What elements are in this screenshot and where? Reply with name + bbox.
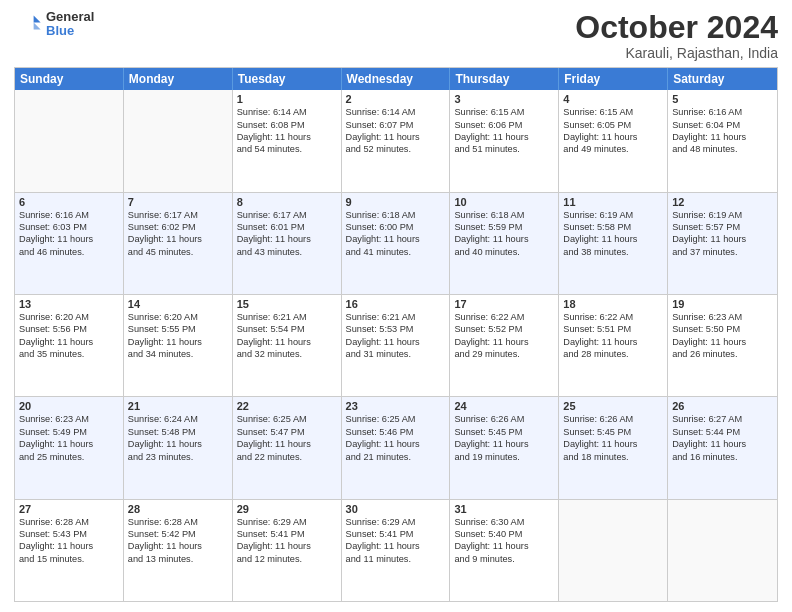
- empty-cell: [668, 500, 777, 601]
- cell-line: Daylight: 11 hours: [346, 131, 446, 143]
- cell-line: Sunset: 5:48 PM: [128, 426, 228, 438]
- cell-line: Sunrise: 6:21 AM: [237, 311, 337, 323]
- day-number: 18: [563, 298, 663, 310]
- day-cell-22: 22Sunrise: 6:25 AMSunset: 5:47 PMDayligh…: [233, 397, 342, 498]
- cell-line: Sunset: 6:03 PM: [19, 221, 119, 233]
- cell-line: Sunrise: 6:17 AM: [237, 209, 337, 221]
- cell-line: Daylight: 11 hours: [672, 336, 773, 348]
- day-cell-3: 3Sunrise: 6:15 AMSunset: 6:06 PMDaylight…: [450, 90, 559, 191]
- day-cell-16: 16Sunrise: 6:21 AMSunset: 5:53 PMDayligh…: [342, 295, 451, 396]
- cell-line: Daylight: 11 hours: [346, 336, 446, 348]
- cell-line: Daylight: 11 hours: [128, 438, 228, 450]
- header-day-wednesday: Wednesday: [342, 68, 451, 90]
- cell-line: and 16 minutes.: [672, 451, 773, 463]
- day-cell-11: 11Sunrise: 6:19 AMSunset: 5:58 PMDayligh…: [559, 193, 668, 294]
- cell-line: Sunrise: 6:21 AM: [346, 311, 446, 323]
- cell-line: Sunrise: 6:16 AM: [672, 106, 773, 118]
- logo-blue: Blue: [46, 24, 94, 38]
- logo-text: General Blue: [46, 10, 94, 39]
- day-number: 4: [563, 93, 663, 105]
- calendar-header: SundayMondayTuesdayWednesdayThursdayFrid…: [15, 68, 777, 90]
- svg-marker-1: [34, 23, 41, 30]
- cell-line: Sunset: 5:52 PM: [454, 323, 554, 335]
- cell-line: Sunrise: 6:29 AM: [346, 516, 446, 528]
- cell-line: Sunset: 5:57 PM: [672, 221, 773, 233]
- day-cell-8: 8Sunrise: 6:17 AMSunset: 6:01 PMDaylight…: [233, 193, 342, 294]
- cell-line: Sunrise: 6:26 AM: [563, 413, 663, 425]
- cell-line: Daylight: 11 hours: [237, 438, 337, 450]
- cell-line: Sunset: 5:54 PM: [237, 323, 337, 335]
- cell-line: Daylight: 11 hours: [563, 336, 663, 348]
- cell-line: and 25 minutes.: [19, 451, 119, 463]
- cell-line: Daylight: 11 hours: [237, 336, 337, 348]
- cell-line: Sunset: 5:41 PM: [237, 528, 337, 540]
- day-cell-6: 6Sunrise: 6:16 AMSunset: 6:03 PMDaylight…: [15, 193, 124, 294]
- cell-line: Sunset: 5:45 PM: [454, 426, 554, 438]
- day-number: 22: [237, 400, 337, 412]
- calendar: SundayMondayTuesdayWednesdayThursdayFrid…: [14, 67, 778, 602]
- cell-line: Sunset: 6:01 PM: [237, 221, 337, 233]
- day-number: 16: [346, 298, 446, 310]
- svg-marker-0: [34, 16, 41, 23]
- cell-line: Daylight: 11 hours: [454, 540, 554, 552]
- cell-line: Sunrise: 6:23 AM: [19, 413, 119, 425]
- header: General Blue October 2024 Karauli, Rajas…: [14, 10, 778, 61]
- cell-line: Daylight: 11 hours: [237, 540, 337, 552]
- day-cell-1: 1Sunrise: 6:14 AMSunset: 6:08 PMDaylight…: [233, 90, 342, 191]
- day-cell-4: 4Sunrise: 6:15 AMSunset: 6:05 PMDaylight…: [559, 90, 668, 191]
- cell-line: Sunrise: 6:20 AM: [19, 311, 119, 323]
- cell-line: Sunrise: 6:26 AM: [454, 413, 554, 425]
- cell-line: and 37 minutes.: [672, 246, 773, 258]
- calendar-row-0: 1Sunrise: 6:14 AMSunset: 6:08 PMDaylight…: [15, 90, 777, 192]
- day-number: 17: [454, 298, 554, 310]
- cell-line: Daylight: 11 hours: [563, 233, 663, 245]
- cell-line: Sunset: 5:46 PM: [346, 426, 446, 438]
- cell-line: Daylight: 11 hours: [346, 438, 446, 450]
- cell-line: and 13 minutes.: [128, 553, 228, 565]
- cell-line: Sunrise: 6:25 AM: [346, 413, 446, 425]
- day-number: 8: [237, 196, 337, 208]
- cell-line: Daylight: 11 hours: [672, 438, 773, 450]
- cell-line: and 26 minutes.: [672, 348, 773, 360]
- day-number: 13: [19, 298, 119, 310]
- day-cell-7: 7Sunrise: 6:17 AMSunset: 6:02 PMDaylight…: [124, 193, 233, 294]
- day-number: 29: [237, 503, 337, 515]
- cell-line: Daylight: 11 hours: [563, 131, 663, 143]
- cell-line: and 34 minutes.: [128, 348, 228, 360]
- cell-line: and 23 minutes.: [128, 451, 228, 463]
- cell-line: Sunset: 5:40 PM: [454, 528, 554, 540]
- day-number: 19: [672, 298, 773, 310]
- cell-line: Sunrise: 6:14 AM: [346, 106, 446, 118]
- cell-line: Daylight: 11 hours: [19, 438, 119, 450]
- cell-line: Sunset: 6:07 PM: [346, 119, 446, 131]
- cell-line: and 51 minutes.: [454, 143, 554, 155]
- cell-line: and 11 minutes.: [346, 553, 446, 565]
- cell-line: Daylight: 11 hours: [346, 540, 446, 552]
- cell-line: Daylight: 11 hours: [128, 233, 228, 245]
- cell-line: Sunrise: 6:17 AM: [128, 209, 228, 221]
- cell-line: Sunrise: 6:15 AM: [563, 106, 663, 118]
- day-number: 15: [237, 298, 337, 310]
- cell-line: Sunrise: 6:20 AM: [128, 311, 228, 323]
- logo-icon: [14, 10, 42, 38]
- cell-line: Sunrise: 6:14 AM: [237, 106, 337, 118]
- cell-line: Sunset: 5:45 PM: [563, 426, 663, 438]
- day-cell-24: 24Sunrise: 6:26 AMSunset: 5:45 PMDayligh…: [450, 397, 559, 498]
- calendar-row-2: 13Sunrise: 6:20 AMSunset: 5:56 PMDayligh…: [15, 295, 777, 397]
- day-number: 6: [19, 196, 119, 208]
- calendar-row-1: 6Sunrise: 6:16 AMSunset: 6:03 PMDaylight…: [15, 193, 777, 295]
- logo: General Blue: [14, 10, 94, 39]
- calendar-row-4: 27Sunrise: 6:28 AMSunset: 5:43 PMDayligh…: [15, 500, 777, 601]
- day-cell-21: 21Sunrise: 6:24 AMSunset: 5:48 PMDayligh…: [124, 397, 233, 498]
- logo-general: General: [46, 10, 94, 24]
- cell-line: Sunset: 5:47 PM: [237, 426, 337, 438]
- day-cell-10: 10Sunrise: 6:18 AMSunset: 5:59 PMDayligh…: [450, 193, 559, 294]
- day-cell-2: 2Sunrise: 6:14 AMSunset: 6:07 PMDaylight…: [342, 90, 451, 191]
- cell-line: Sunrise: 6:18 AM: [346, 209, 446, 221]
- cell-line: Sunrise: 6:24 AM: [128, 413, 228, 425]
- day-number: 7: [128, 196, 228, 208]
- cell-line: Sunrise: 6:19 AM: [563, 209, 663, 221]
- location: Karauli, Rajasthan, India: [575, 45, 778, 61]
- cell-line: Sunset: 6:00 PM: [346, 221, 446, 233]
- day-number: 10: [454, 196, 554, 208]
